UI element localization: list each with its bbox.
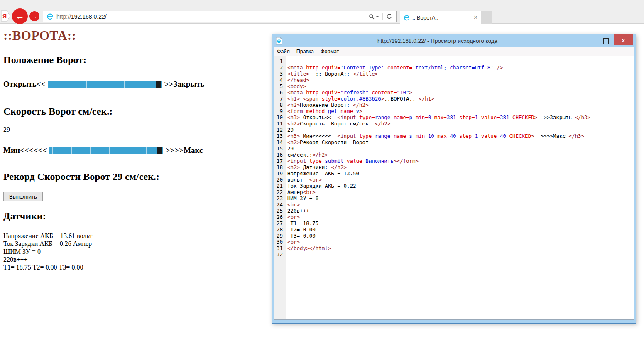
refresh-button[interactable] <box>384 11 394 22</box>
sensor-line: Т1= 18.75 Т2= 0.00 Т3= 0.00 <box>3 263 274 271</box>
refresh-icon <box>386 13 392 20</box>
gate-speed-slider[interactable] <box>49 147 163 154</box>
menu-file[interactable]: Файл <box>274 47 293 56</box>
page-title: ::ВОРОТА:: <box>3 28 274 43</box>
browser-tab[interactable]: :: ВоротА:: × <box>400 11 481 24</box>
ie-icon <box>47 13 54 20</box>
tab-title: :: ВоротА:: <box>412 15 474 21</box>
min-label: Мин<<<<<< <box>3 146 47 155</box>
code-line: 20вольт <br> <box>274 177 634 183</box>
code-line: 14<h2>Рекорд Скорости Ворот <box>274 139 634 145</box>
search-button[interactable] <box>367 11 381 22</box>
code-line: 24<br> <box>274 201 634 208</box>
max-label: >>>>Макс <box>166 146 203 155</box>
ie-icon <box>404 15 410 21</box>
url-text[interactable]: http://192.168.0.22/ <box>56 13 367 20</box>
code-line: 1529 <box>274 145 634 152</box>
code-line: 6<meta http-equiv="refresh" content="10"… <box>274 89 634 96</box>
code-line: 5<body> <box>274 83 634 89</box>
code-line: 23ШИМ ЗУ = 0 <box>274 195 634 201</box>
code-line: 25220в+++ <box>274 208 634 214</box>
close-label: >>Закрыть <box>164 80 205 89</box>
sensor-line: 220в+++ <box>3 255 274 263</box>
back-button[interactable]: ← <box>12 8 28 24</box>
gate-position-slider[interactable] <box>48 81 162 88</box>
open-label: Открыть<< <box>3 80 46 89</box>
view-source-window: http://192.168.0.22/ - Просмотр исходног… <box>272 34 636 324</box>
sensor-readings: Напряжение АКБ = 13.61 вольт Ток Зарядки… <box>3 232 274 271</box>
tab-close-icon[interactable]: × <box>474 14 477 21</box>
source-code: 12<meta http-equiv='Content-Type' conten… <box>274 56 634 258</box>
code-line: 26<br> <box>274 214 634 220</box>
code-line: 4</head> <box>274 77 634 83</box>
window-titlebar[interactable]: http://192.168.0.22/ - Просмотр исходног… <box>272 34 636 47</box>
code-line: 30<br> <box>274 239 634 245</box>
source-code-area[interactable]: 12<meta http-equiv='Content-Type' conten… <box>274 56 634 320</box>
code-line: 32 <box>274 251 634 258</box>
execute-button[interactable]: Выполнить <box>3 192 43 201</box>
browser-toolbar: Я ← → http://192.168.0.22/ <box>0 0 644 24</box>
search-icon <box>369 14 375 20</box>
code-line: 28 Т2= 0.00 <box>274 226 634 233</box>
code-line: 1229 <box>274 127 634 133</box>
record-heading: Рекорд Скорости Ворот 29 см/сек.: <box>3 171 274 182</box>
window-menubar: Файл Правка Формат <box>274 47 634 56</box>
chevron-down-icon <box>376 15 379 18</box>
divider <box>382 13 383 20</box>
code-line: 27 Т1= 18.75 <box>274 220 634 226</box>
forward-button[interactable]: → <box>29 11 39 21</box>
code-line: 10<h3> Открыть<< <input type=range name=… <box>274 114 634 120</box>
code-line: 13<h3> Мин<<<<<< <input type=range name=… <box>274 133 634 139</box>
sensors-heading: Датчики: <box>3 211 274 222</box>
sensor-line: Напряжение АКБ = 13.61 вольт <box>3 232 274 240</box>
yandex-icon[interactable]: Я <box>1 10 10 22</box>
gate-position-row: Открыть<< >>Закрыть <box>3 80 274 89</box>
maximize-button[interactable] <box>602 38 609 44</box>
code-line: 16см/сек.:</h2> <box>274 152 634 158</box>
speed-heading: Скорость Ворот см/сек.: <box>3 106 274 117</box>
close-button[interactable]: x <box>614 34 633 45</box>
code-line: 18<h2> Датчики: </h2> <box>274 164 634 170</box>
svg-text:Я: Я <box>2 13 7 20</box>
code-line: 1 <box>274 58 634 64</box>
menu-edit[interactable]: Правка <box>293 47 317 56</box>
back-arrow-icon: ← <box>15 12 24 21</box>
new-tab-button[interactable] <box>481 11 492 24</box>
code-line: 17<input type=submit value=Выполнить></f… <box>274 158 634 164</box>
code-line: 8<h2>Положение Ворот: </h2> <box>274 102 634 108</box>
source-page-icon <box>276 37 282 45</box>
slider-thumb[interactable] <box>157 147 162 154</box>
code-line: 3<title> :: ВоротА:: </title> <box>274 71 634 77</box>
slider-thumb[interactable] <box>156 81 161 88</box>
code-line: 9<form method=get name=v> <box>274 108 634 114</box>
web-page: ::ВОРОТА:: Положение Ворот: Открыть<< >>… <box>0 24 274 271</box>
code-line: 29 Т3= 0.00 <box>274 233 634 239</box>
forward-arrow-icon: → <box>32 13 37 19</box>
code-line: 2<meta http-equiv='Content-Type' content… <box>274 64 634 71</box>
gate-speed-row: Мин<<<<<< >>>>Макс <box>3 146 274 155</box>
sensor-line: Ток Зарядки АКБ = 0.26 Ампер <box>3 240 274 248</box>
address-bar[interactable]: http://192.168.0.22/ <box>43 11 397 22</box>
code-line: 31</body></html> <box>274 245 634 251</box>
speed-value: 29 <box>3 126 274 133</box>
code-line: 21Ток Зарядки АКБ = 0.22 <box>274 183 634 189</box>
minimize-button[interactable] <box>591 38 597 44</box>
position-heading: Положение Ворот: <box>3 54 274 66</box>
menu-format[interactable]: Формат <box>317 47 342 56</box>
code-line: 11<h2>Скорость Ворот см/сек.:</h2> <box>274 120 634 127</box>
window-title: http://192.168.0.22/ - Просмотр исходног… <box>297 38 578 44</box>
code-line: 7<h1> <span style=color:#8B3626>::ВОРОТА… <box>274 96 634 102</box>
sensor-line: ШИМ ЗУ = 0 <box>3 248 274 255</box>
code-line: 19Напряжение АКБ = 13.50 <box>274 170 634 177</box>
code-line: 22Ампер<br> <box>274 189 634 195</box>
